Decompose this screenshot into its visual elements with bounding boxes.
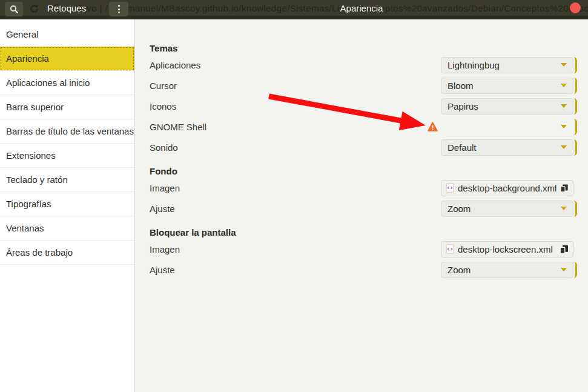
background-image-filechooser[interactable]: desktop-background.xml — [441, 180, 573, 196]
dropdown-accent-bracket — [573, 201, 577, 217]
row-lockscreen-ajuste: Ajuste Zoom — [150, 259, 577, 280]
dropdown-accent-bracket — [573, 98, 577, 115]
cursor-theme-dropdown[interactable]: Bloom — [441, 78, 573, 94]
search-icon — [10, 5, 19, 14]
chevron-down-icon — [561, 268, 567, 271]
dropdown-value: Zoom — [448, 265, 471, 275]
filename: desktop-lockscreen.xml — [458, 244, 553, 254]
row-label: Sonido — [150, 142, 441, 153]
file-copy-icon — [560, 184, 569, 193]
sidebar-item-tipografias[interactable]: Tipografías — [0, 192, 134, 216]
row-fondo-ajuste: Ajuste Zoom — [150, 198, 577, 219]
row-fondo-imagen: Imagen desktop-background.xml — [150, 178, 577, 198]
filename: desktop-background.xml — [458, 183, 557, 193]
lockscreen-adjustment-dropdown[interactable]: Zoom — [441, 262, 573, 278]
warning-icon — [428, 122, 438, 131]
gnome-tweaks-window: ⓘ Archivo | / manuel/MBascoy.github.io/k… — [0, 0, 588, 392]
row-label: Aplicaciones — [150, 60, 441, 70]
chevron-down-icon — [561, 63, 567, 67]
chevron-down-icon — [561, 145, 567, 149]
search-button[interactable] — [5, 2, 23, 16]
dropdown-value: Zoom — [448, 204, 471, 214]
row-label: Ajuste — [150, 265, 441, 275]
row-iconos: Iconos Papirus — [150, 96, 577, 116]
row-label: Cursor — [150, 81, 441, 91]
xml-file-icon — [446, 244, 454, 254]
chevron-down-icon — [561, 125, 567, 128]
row-lockscreen-imagen: Imagen desktop-lockscreen.xml — [150, 239, 577, 259]
sidebar-item-barra-superior[interactable]: Barra superior — [0, 95, 134, 119]
row-label: Imagen — [150, 244, 441, 254]
sidebar-item-extensiones[interactable]: Extensiones — [0, 144, 134, 168]
sidebar-item-areas-de-trabajo[interactable]: Áreas de trabajo — [0, 241, 134, 265]
row-sonido: Sonido Default — [150, 137, 577, 158]
section-title-bloquear-pantalla: Bloquear la pantalla — [150, 227, 577, 239]
xml-file-icon — [446, 183, 454, 193]
row-aplicaciones: Aplicaciones Lightningbug — [150, 55, 577, 75]
sound-theme-dropdown[interactable]: Default — [441, 139, 573, 156]
sidebar-item-barras-de-titulo[interactable]: Barras de título de las ventanas — [0, 119, 134, 144]
row-label: GNOME Shell — [150, 122, 428, 132]
dropdown-accent-bracket — [573, 262, 577, 278]
sidebar-item-ventanas[interactable]: Ventanas — [0, 216, 134, 241]
sidebar: General Apariencia Aplicaciones al inici… — [0, 19, 135, 392]
dropdown-value: Bloom — [448, 81, 474, 91]
app-title: Retoques — [47, 0, 86, 16]
sidebar-item-aplicaciones-al-inicio[interactable]: Aplicaciones al inicio — [0, 71, 134, 95]
titlebar: ⓘ Archivo | / manuel/MBascoy.github.io/k… — [0, 0, 588, 19]
dropdown-accent-bracket — [573, 57, 577, 73]
spacer — [573, 180, 577, 196]
menu-kebab-button[interactable] — [109, 2, 128, 16]
dropdown-accent-bracket — [573, 139, 577, 156]
dropdown-value: Papirus — [448, 101, 478, 111]
dropdown-value: Default — [448, 142, 477, 153]
sidebar-item-general[interactable]: General — [0, 22, 134, 47]
record-indicator-dot — [570, 2, 581, 13]
section-title-fondo: Fondo — [150, 165, 577, 178]
lockscreen-image-filechooser[interactable]: desktop-lockscreen.xml — [441, 241, 573, 257]
sidebar-item-apariencia[interactable]: Apariencia — [0, 47, 134, 71]
row-label: Ajuste — [150, 204, 441, 214]
page-title: Apariencia — [135, 0, 588, 16]
background-adjustment-dropdown[interactable]: Zoom — [441, 201, 573, 217]
chevron-down-icon — [561, 104, 567, 108]
dropdown-accent-bracket — [573, 119, 577, 135]
file-copy-icon — [560, 245, 569, 254]
chevron-down-icon — [561, 207, 567, 210]
row-cursor: Cursor Bloom — [150, 75, 577, 96]
applications-theme-dropdown[interactable]: Lightningbug — [441, 57, 573, 73]
reload-icon — [29, 4, 39, 16]
row-label: Imagen — [150, 183, 441, 193]
chevron-down-icon — [561, 84, 567, 87]
gnome-shell-theme-dropdown[interactable] — [441, 119, 573, 135]
dropdown-accent-bracket — [573, 78, 577, 94]
dropdown-value: Lightningbug — [448, 60, 500, 70]
icons-theme-dropdown[interactable]: Papirus — [441, 98, 573, 115]
appearance-panel: Temas Aplicaciones Lightningbug Cursor B… — [135, 19, 588, 392]
section-title-temas: Temas — [150, 42, 577, 55]
row-label: Iconos — [150, 101, 441, 111]
spacer — [573, 241, 577, 257]
row-gnome-shell: GNOME Shell — [150, 116, 577, 137]
sidebar-item-teclado-y-raton[interactable]: Teclado y ratón — [0, 168, 134, 192]
